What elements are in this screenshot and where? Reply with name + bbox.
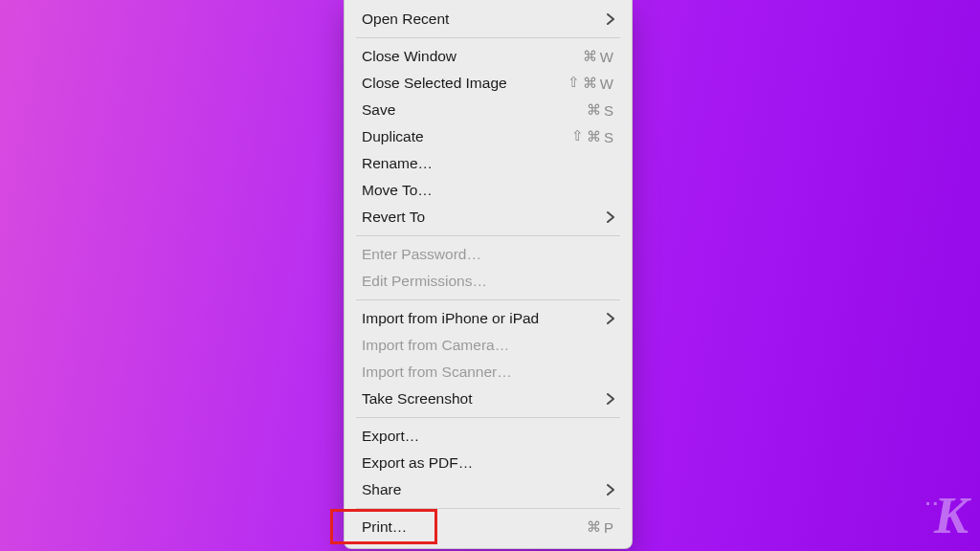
background: Open RecentClose Window⌘WClose Selected … <box>0 0 980 551</box>
menu-item-label: Print… <box>362 518 407 536</box>
menu-item-import-from-camera: Import from Camera… <box>345 332 632 359</box>
menu-item-label: Import from Scanner… <box>362 364 512 381</box>
watermark-logo: ∙∙K <box>925 490 967 541</box>
menu-item-label: Save <box>362 101 395 119</box>
chevron-right-icon <box>607 13 614 25</box>
menu-item-label: Export as PDF… <box>362 454 473 472</box>
menu-item-export[interactable]: Export… <box>345 423 632 450</box>
menu-item-label: Edit Permissions… <box>362 273 487 290</box>
menu-item-open-recent[interactable]: Open Recent <box>345 6 632 33</box>
menu-item-label: Enter Password… <box>362 246 481 263</box>
menu-item-duplicate[interactable]: Duplicate⇧⌘S <box>345 123 632 150</box>
menu-item-close-selected-image[interactable]: Close Selected Image⇧⌘W <box>345 70 632 97</box>
keyboard-shortcut: ⇧⌘W <box>568 75 614 92</box>
menu-item-export-as-pdf[interactable]: Export as PDF… <box>345 450 632 476</box>
keyboard-shortcut: ⌘S <box>587 101 614 119</box>
menu-item-label: Revert To <box>362 209 425 226</box>
menu-item-label: Share <box>362 481 401 498</box>
menu-item-label: Open Recent <box>362 11 449 28</box>
menu-item-rename[interactable]: Rename… <box>345 150 632 177</box>
menu-item-label: Export… <box>362 428 419 445</box>
menu-item-print[interactable]: Print…⌘P <box>345 514 632 540</box>
menu-item-label: Import from Camera… <box>362 337 509 354</box>
menu-item-import-from-iphone-or-ipad[interactable]: Import from iPhone or iPad <box>345 305 632 332</box>
menu-item-save[interactable]: Save⌘S <box>345 97 632 123</box>
menu-item-move-to[interactable]: Move To… <box>345 177 632 204</box>
menu-separator <box>356 235 620 236</box>
menu-item-close-window[interactable]: Close Window⌘W <box>345 43 632 70</box>
menu-item-label: Close Selected Image <box>362 75 507 92</box>
menu-item-label: Close Window <box>362 48 457 65</box>
file-menu: Open RecentClose Window⌘WClose Selected … <box>344 0 633 549</box>
menu-item-label: Take Screenshot <box>362 390 472 408</box>
menu-item-share[interactable]: Share <box>345 476 632 503</box>
menu-separator <box>356 508 620 509</box>
menu-item-import-from-scanner: Import from Scanner… <box>345 359 632 386</box>
chevron-right-icon <box>607 393 614 405</box>
chevron-right-icon <box>607 313 614 324</box>
keyboard-shortcut: ⌘P <box>587 518 614 536</box>
keyboard-shortcut: ⌘W <box>583 48 614 65</box>
keyboard-shortcut: ⇧⌘S <box>571 128 614 145</box>
chevron-right-icon <box>607 484 614 496</box>
menu-separator <box>356 299 620 300</box>
menu-item-label: Import from iPhone or iPad <box>362 310 539 327</box>
menu-item-label: Duplicate <box>362 128 424 145</box>
menu-item-label: Move To… <box>362 182 433 199</box>
menu-item-edit-permissions: Edit Permissions… <box>345 268 632 295</box>
menu-item-take-screenshot[interactable]: Take Screenshot <box>345 386 632 412</box>
menu-item-revert-to[interactable]: Revert To <box>345 204 632 231</box>
menu-separator <box>356 37 620 38</box>
menu-separator <box>356 417 620 418</box>
menu-item-label: Rename… <box>362 155 433 172</box>
menu-item-enter-password: Enter Password… <box>345 241 632 268</box>
chevron-right-icon <box>607 211 614 223</box>
